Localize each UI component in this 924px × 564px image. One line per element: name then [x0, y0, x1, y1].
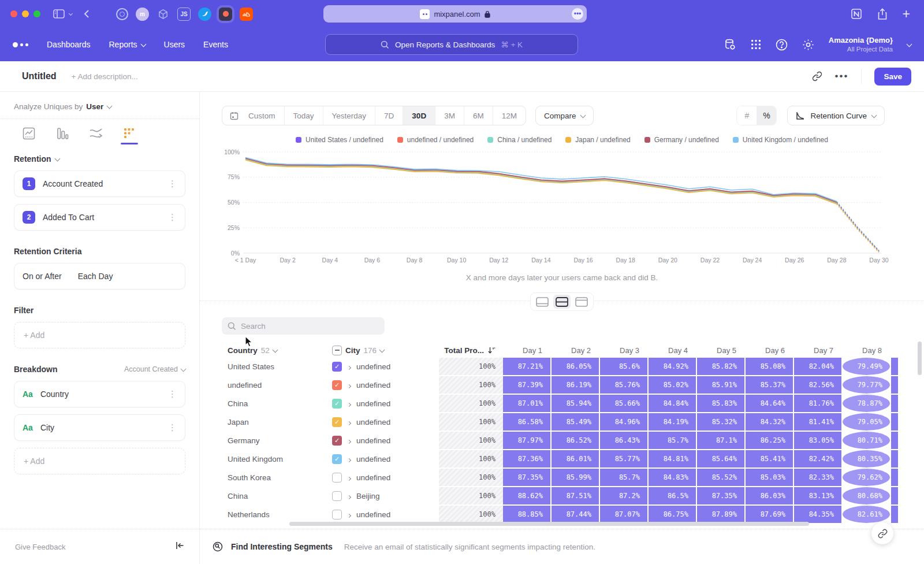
step-card-added-to-cart[interactable]: 2 Added To Cart ⋮ — [14, 204, 185, 231]
bird-extension-icon[interactable] — [198, 8, 211, 21]
retention-cell[interactable]: 87.01% — [503, 395, 552, 412]
country-column-header[interactable]: Country52 — [219, 346, 332, 355]
tab-funnels[interactable] — [53, 124, 72, 143]
retention-cell[interactable]: 84.32% — [746, 413, 794, 431]
day-column-header[interactable]: Day 7 — [794, 346, 843, 355]
retention-cell[interactable]: 82.04% — [794, 358, 843, 375]
share-icon[interactable] — [877, 8, 888, 20]
nav-events[interactable]: Events — [203, 40, 228, 49]
retention-cell[interactable]: 88.85% — [503, 506, 552, 523]
range-7d[interactable]: 7D — [375, 106, 403, 125]
logrocket-extension-icon[interactable] — [219, 8, 232, 21]
retention-cell[interactable]: 78.87% — [843, 395, 891, 412]
back-icon[interactable] — [84, 9, 90, 18]
retention-cell[interactable]: 86.52% — [552, 432, 600, 449]
retention-cell[interactable]: 85.41% — [746, 450, 794, 467]
row-checkbox-checked[interactable]: ✓ — [332, 399, 342, 409]
day-column-header[interactable]: Day 6 — [746, 346, 794, 355]
expand-chevron-icon[interactable] — [348, 435, 351, 446]
cube-extension-icon[interactable] — [157, 8, 170, 21]
retention-cell[interactable]: 87.21% — [503, 358, 552, 375]
retention-cell[interactable]: 80.68% — [843, 487, 891, 504]
retention-cell[interactable]: 87.44% — [552, 506, 600, 523]
nav-users[interactable]: Users — [164, 40, 185, 49]
window-controls[interactable] — [10, 10, 40, 17]
retention-cell[interactable]: 85.32% — [697, 413, 746, 431]
select-all-checkbox[interactable] — [332, 346, 342, 355]
day-column-header[interactable]: Day 5 — [697, 346, 746, 355]
day-column-header[interactable]: Day 8 — [843, 346, 891, 355]
legend-item[interactable]: undefined / undefined — [397, 136, 474, 144]
help-icon[interactable] — [776, 39, 788, 51]
sidebar-toggle-icon[interactable] — [53, 9, 65, 18]
tab-insights[interactable] — [20, 124, 38, 143]
city-column-header[interactable]: City176 — [332, 346, 439, 355]
day-column-header[interactable]: Day 3 — [600, 346, 649, 355]
copy-link-icon[interactable] — [812, 71, 822, 82]
step-card-account-created[interactable]: 1 Account Created ⋮ — [14, 170, 185, 197]
nav-dashboards[interactable]: Dashboards — [47, 40, 91, 49]
split-view-icon[interactable] — [553, 295, 571, 309]
retention-cell[interactable]: 85.52% — [697, 469, 746, 486]
retention-cell[interactable]: 86.75% — [649, 506, 697, 523]
kebab-menu-icon[interactable]: ⋮ — [168, 212, 177, 222]
tab-flows[interactable] — [87, 124, 105, 143]
row-checkbox[interactable] — [332, 473, 342, 483]
retention-section-dropdown[interactable]: Retention — [14, 154, 185, 164]
retention-cell[interactable]: 84.64% — [746, 395, 794, 412]
breakdown-card-country[interactable]: Aa Country ⋮ — [14, 381, 185, 407]
apps-grid-icon[interactable] — [751, 39, 761, 50]
range-today[interactable]: Today — [284, 106, 323, 125]
absolute-numbers-button[interactable]: # — [737, 106, 757, 125]
range-custom[interactable]: Custom — [240, 106, 284, 125]
new-tab-icon[interactable]: + — [903, 6, 910, 22]
retention-cell[interactable]: 81.76% — [794, 395, 843, 412]
retention-cell[interactable]: 86.25% — [746, 432, 794, 449]
retention-cell[interactable]: 87.1% — [697, 432, 746, 449]
kebab-menu-icon[interactable]: ⋮ — [168, 179, 177, 189]
retention-cell[interactable]: 85.49% — [552, 413, 600, 431]
retention-cell[interactable]: 81.41% — [794, 413, 843, 431]
row-checkbox-checked[interactable]: ✓ — [332, 362, 342, 372]
day-column-header[interactable]: Day 2 — [552, 346, 600, 355]
retention-cell[interactable]: 86.43% — [600, 432, 649, 449]
expand-chevron-icon[interactable] — [348, 380, 351, 390]
legend-item[interactable]: Germany / undefined — [644, 136, 719, 144]
retention-cell[interactable]: 86.19% — [552, 376, 600, 394]
nav-reports[interactable]: Reports — [109, 40, 146, 49]
retention-cell[interactable]: 85.83% — [697, 395, 746, 412]
retention-cell[interactable]: 85.03% — [746, 469, 794, 486]
chart-type-dropdown[interactable]: Retention Curve — [787, 106, 885, 125]
retention-cell[interactable]: 79.49% — [843, 358, 891, 375]
retention-cell[interactable]: 86.03% — [746, 487, 794, 504]
range-12m[interactable]: 12M — [493, 106, 526, 125]
table-search-input[interactable]: Search — [222, 317, 385, 335]
retention-cell[interactable]: 86.01% — [552, 450, 600, 467]
collapse-sidebar-icon[interactable] — [176, 541, 184, 552]
notion-icon[interactable] — [851, 8, 862, 20]
day-column-header[interactable]: Day 1 — [503, 346, 552, 355]
find-segments-title[interactable]: Find Interesting Segments — [231, 542, 333, 551]
compare-dropdown[interactable]: Compare — [535, 106, 594, 125]
retention-cell[interactable]: 86.05% — [552, 358, 600, 375]
legend-item[interactable]: United Kingdom / undefined — [733, 136, 828, 144]
project-switcher[interactable]: Amazonia {Demo} All Project Data — [829, 36, 893, 54]
retention-cell[interactable]: 85.91% — [697, 376, 746, 394]
retention-cell[interactable]: 85.37% — [746, 376, 794, 394]
give-feedback-link[interactable]: Give Feedback — [15, 543, 65, 551]
add-breakdown-button[interactable]: + Add — [14, 448, 185, 474]
report-title[interactable]: Untitled — [22, 71, 57, 81]
retention-cell[interactable]: 87.97% — [503, 432, 552, 449]
row-checkbox-checked[interactable]: ✓ — [332, 436, 342, 446]
retention-curve-chart[interactable]: 0%25%50%75%100%< 1 DayDay 2Day 4Day 6Day… — [200, 146, 924, 269]
retention-cell[interactable]: 84.19% — [649, 413, 697, 431]
js-extension-icon[interactable]: JS — [177, 8, 191, 21]
vertical-scrollbar[interactable] — [918, 342, 922, 375]
expand-chevron-icon[interactable] — [348, 417, 351, 427]
tab-overview-chevron-icon[interactable] — [69, 13, 72, 15]
retention-cell[interactable]: 84.96% — [600, 413, 649, 431]
retention-cell[interactable]: 85.94% — [552, 395, 600, 412]
add-filter-button[interactable]: + Add — [14, 322, 185, 348]
maximize-window-icon[interactable] — [33, 10, 40, 17]
row-checkbox-checked[interactable]: ✓ — [332, 454, 342, 464]
